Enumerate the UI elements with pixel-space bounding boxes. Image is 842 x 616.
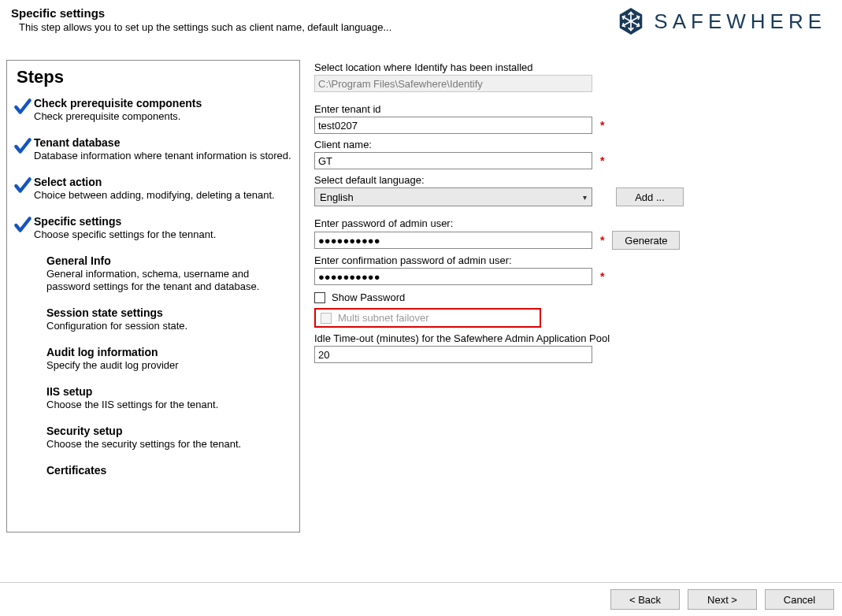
- steps-scroll[interactable]: Check prerequisite components Check prer…: [12, 97, 299, 527]
- language-value: English: [320, 191, 354, 203]
- multi-subnet-checkbox: [321, 313, 332, 324]
- step-item[interactable]: Tenant database Database information whe…: [12, 136, 296, 163]
- password-label: Enter password of admin user:: [314, 217, 829, 229]
- step-title: Certificates: [46, 464, 293, 477]
- svg-line-9: [623, 17, 624, 19]
- step-item[interactable]: IIS setup Choose the IIS settings for th…: [12, 385, 296, 412]
- multi-subnet-highlight: Multi subnet failover: [314, 308, 541, 328]
- next-button[interactable]: Next >: [688, 589, 757, 610]
- step-title: General Info: [46, 254, 293, 267]
- step-item[interactable]: Select action Choice between adding, mod…: [12, 176, 296, 202]
- step-item[interactable]: General Info General information, schema…: [12, 254, 296, 295]
- step-title: Check prerequisite components: [34, 97, 293, 109]
- show-password-checkbox[interactable]: [314, 292, 325, 303]
- idle-timeout-label: Idle Time-out (minutes) for the Safewher…: [314, 332, 829, 344]
- step-desc: Configuration for session state.: [46, 320, 293, 333]
- step-item[interactable]: Security setup Choose the security setti…: [12, 425, 296, 451]
- step-title: Specific settings: [34, 215, 293, 228]
- language-label: Select default language:: [314, 174, 829, 186]
- idle-timeout-input[interactable]: [314, 346, 592, 363]
- page-subtitle: This step allows you to set up the setti…: [11, 21, 391, 33]
- form-panel: Select location where Identify has been …: [308, 60, 836, 533]
- step-item[interactable]: Audit log information Specify the audit …: [12, 346, 296, 373]
- required-asterisk: *: [600, 154, 604, 167]
- required-asterisk: *: [600, 270, 604, 283]
- required-asterisk: *: [600, 119, 604, 132]
- cancel-button[interactable]: Cancel: [765, 589, 834, 610]
- password-confirm-label: Enter confirmation password of admin use…: [314, 254, 829, 266]
- step-item[interactable]: Check prerequisite components Check prer…: [12, 97, 296, 124]
- back-button[interactable]: < Back: [610, 589, 680, 610]
- client-name-label: Client name:: [314, 139, 829, 150]
- brand-text: SAFEWHERE: [654, 9, 826, 34]
- svg-line-11: [639, 24, 640, 26]
- chevron-down-icon: ▾: [583, 193, 587, 202]
- step-item[interactable]: Session state settings Configuration for…: [12, 306, 296, 333]
- install-location-label: Select location where Identify has been …: [314, 61, 829, 73]
- checkmark-icon: [12, 176, 34, 196]
- checkmark-icon: [12, 136, 34, 157]
- install-location-input: [314, 75, 592, 92]
- footer-bar: < Back Next > Cancel: [0, 582, 842, 616]
- show-password-label: Show Password: [332, 291, 405, 303]
- tenant-id-label: Enter tenant id: [314, 103, 829, 115]
- brand-logo: SAFEWHERE: [616, 6, 831, 36]
- snowflake-icon: [616, 6, 646, 36]
- step-item[interactable]: Specific settings Choose specific settin…: [12, 215, 296, 242]
- step-title: Security setup: [46, 425, 293, 437]
- svg-line-15: [623, 24, 624, 26]
- password-input[interactable]: [314, 232, 592, 249]
- step-desc: Database information where tenant inform…: [34, 150, 293, 163]
- step-desc: Check prerequisite components.: [34, 110, 293, 124]
- required-asterisk: *: [600, 234, 604, 247]
- tenant-id-input[interactable]: [314, 117, 592, 134]
- step-desc: Choose the IIS settings for the tenant.: [46, 399, 293, 412]
- password-confirm-input[interactable]: [314, 268, 592, 285]
- svg-line-13: [639, 17, 640, 19]
- steps-heading: Steps: [17, 67, 299, 87]
- step-desc: Specify the audit log provider: [46, 359, 293, 373]
- step-title: Tenant database: [34, 136, 293, 149]
- language-select[interactable]: English ▾: [314, 187, 592, 206]
- checkmark-icon: [12, 215, 34, 236]
- step-title: Session state settings: [46, 306, 293, 319]
- step-desc: Choose the security settings for the ten…: [46, 438, 293, 451]
- client-name-input[interactable]: [314, 152, 592, 169]
- step-desc: Choose specific settings for the tennant…: [34, 228, 293, 242]
- step-desc: General information, schema, username an…: [46, 268, 293, 295]
- step-title: Select action: [34, 176, 293, 188]
- steps-panel: Steps Check prerequisite components Chec…: [6, 60, 300, 533]
- step-title: Audit log information: [46, 346, 293, 358]
- page-title: Specific settings: [11, 6, 391, 20]
- add-language-button[interactable]: Add ...: [616, 187, 684, 206]
- generate-password-button[interactable]: Generate: [612, 231, 680, 250]
- step-desc: Choice between adding, modifying, deleti…: [34, 189, 293, 202]
- multi-subnet-label: Multi subnet failover: [338, 312, 429, 324]
- checkmark-icon: [12, 97, 34, 117]
- step-title: IIS setup: [46, 385, 293, 398]
- step-item[interactable]: Certificates: [12, 464, 296, 477]
